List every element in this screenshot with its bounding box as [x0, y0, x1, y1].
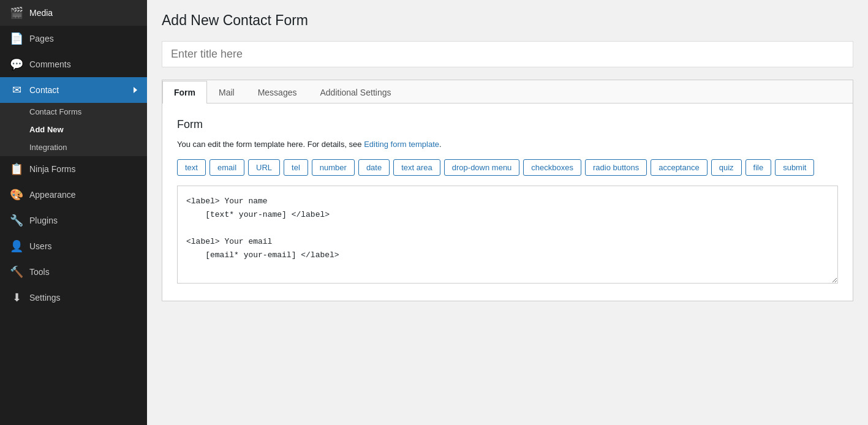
- editing-form-template-link[interactable]: Editing form template: [364, 140, 439, 149]
- sidebar-item-comments[interactable]: 💬 Comments: [0, 51, 147, 77]
- sidebar-submenu-integration[interactable]: Integration: [0, 138, 147, 156]
- comments-icon: 💬: [10, 58, 23, 71]
- main-content: Add New Contact Form Form Mail Messages …: [147, 0, 868, 425]
- sidebar-item-tools[interactable]: 🔨 Tools: [0, 259, 147, 285]
- sidebar-item-plugins-label: Plugins: [29, 216, 58, 225]
- field-tag-date[interactable]: date: [358, 159, 390, 176]
- tab-additional-settings[interactable]: Additional Settings: [308, 81, 402, 103]
- field-tag-text[interactable]: text: [177, 159, 206, 176]
- field-tags-container: textemailURLtelnumberdatetext areadrop-d…: [177, 159, 838, 176]
- contact-arrow-icon: [134, 87, 137, 93]
- form-description-text-before: You can edit the form template here. For…: [177, 140, 364, 149]
- plugins-icon: 🔧: [10, 214, 23, 227]
- users-icon: 👤: [10, 239, 23, 253]
- sidebar-item-media[interactable]: 🎬 Media: [0, 0, 147, 26]
- field-tag-URL[interactable]: URL: [248, 159, 280, 176]
- tabs-container: Form Mail Messages Additional Settings F…: [162, 80, 853, 301]
- sidebar-item-media-label: Media: [29, 8, 53, 18]
- pages-icon: 📄: [10, 32, 23, 45]
- contact-submenu: Contact Forms Add New Integration: [0, 103, 147, 156]
- sidebar-item-settings[interactable]: ⬇ Settings: [0, 285, 147, 310]
- media-icon: 🎬: [10, 6, 23, 20]
- field-tag-radio-buttons[interactable]: radio buttons: [585, 159, 647, 176]
- sidebar-submenu-contact-forms[interactable]: Contact Forms: [0, 103, 147, 121]
- sidebar: 🎬 Media 📄 Pages 💬 Comments ✉ Contact Con…: [0, 0, 147, 425]
- field-tag-email[interactable]: email: [209, 159, 244, 176]
- contact-icon: ✉: [10, 83, 23, 97]
- field-tag-checkboxes[interactable]: checkboxes: [523, 159, 581, 176]
- field-tag-tel[interactable]: tel: [284, 159, 308, 176]
- tab-mail[interactable]: Mail: [207, 81, 246, 103]
- settings-icon: ⬇: [10, 291, 23, 304]
- page-title: Add New Contact Form: [162, 12, 853, 29]
- field-tag-number[interactable]: number: [312, 159, 355, 176]
- field-tag-submit[interactable]: submit: [775, 159, 814, 176]
- sidebar-item-appearance-label: Appearance: [29, 190, 76, 200]
- sidebar-item-appearance[interactable]: 🎨 Appearance: [0, 182, 147, 208]
- sidebar-item-contact[interactable]: ✉ Contact: [0, 77, 147, 103]
- form-section-title: Form: [177, 118, 838, 131]
- sidebar-item-pages[interactable]: 📄 Pages: [0, 26, 147, 51]
- tab-messages[interactable]: Messages: [246, 81, 309, 103]
- sidebar-item-tools-label: Tools: [29, 267, 50, 277]
- form-description-text-after: .: [439, 140, 442, 149]
- sidebar-item-users[interactable]: 👤 Users: [0, 233, 147, 259]
- sidebar-item-pages-label: Pages: [29, 34, 54, 43]
- sidebar-item-plugins[interactable]: 🔧 Plugins: [0, 208, 147, 233]
- sidebar-item-ninja-forms[interactable]: 📋 Ninja Forms: [0, 156, 147, 182]
- field-tag-acceptance[interactable]: acceptance: [651, 159, 708, 176]
- form-description: You can edit the form template here. For…: [177, 138, 838, 151]
- form-code-editor[interactable]: [177, 186, 838, 284]
- field-tag-quiz[interactable]: quiz: [711, 159, 742, 176]
- tab-form[interactable]: Form: [162, 81, 207, 103]
- appearance-icon: 🎨: [10, 188, 23, 201]
- tab-navigation: Form Mail Messages Additional Settings: [162, 80, 853, 103]
- sidebar-item-settings-label: Settings: [29, 293, 61, 303]
- field-tag-file[interactable]: file: [745, 159, 772, 176]
- ninja-forms-icon: 📋: [10, 162, 23, 176]
- tools-icon: 🔨: [10, 265, 23, 279]
- field-tag-drop-down-menu[interactable]: drop-down menu: [444, 159, 520, 176]
- field-tag-text-area[interactable]: text area: [393, 159, 440, 176]
- sidebar-item-users-label: Users: [29, 241, 52, 251]
- tab-content-form: Form You can edit the form template here…: [162, 103, 853, 301]
- sidebar-item-ninja-forms-label: Ninja Forms: [29, 164, 75, 174]
- form-title-input[interactable]: [162, 41, 853, 67]
- sidebar-item-contact-label: Contact: [29, 85, 59, 95]
- sidebar-item-comments-label: Comments: [29, 59, 71, 69]
- sidebar-submenu-add-new[interactable]: Add New: [0, 121, 147, 138]
